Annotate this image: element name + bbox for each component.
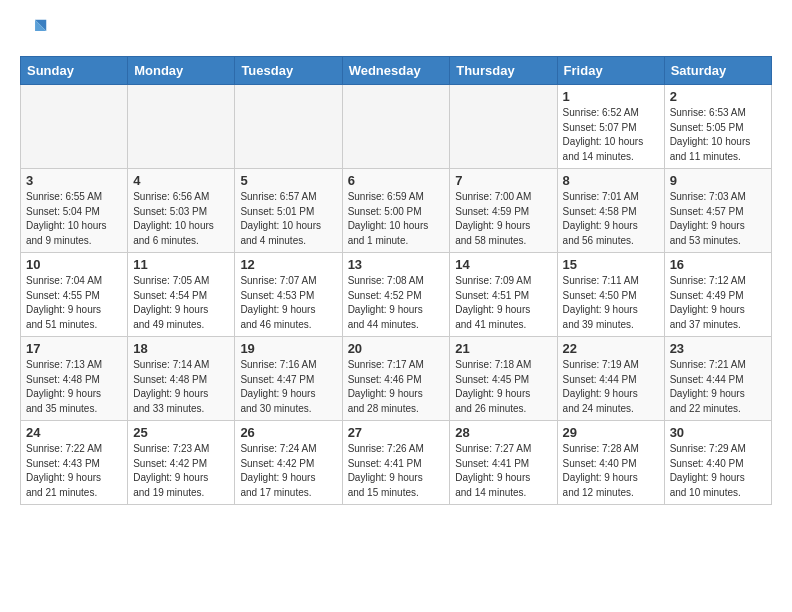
calendar-cell [21, 85, 128, 169]
calendar-cell: 6Sunrise: 6:59 AM Sunset: 5:00 PM Daylig… [342, 169, 450, 253]
day-number: 6 [348, 173, 445, 188]
day-number: 22 [563, 341, 659, 356]
calendar-cell [235, 85, 342, 169]
day-number: 27 [348, 425, 445, 440]
day-info: Sunrise: 7:01 AM Sunset: 4:58 PM Dayligh… [563, 190, 659, 248]
logo-icon [22, 16, 50, 44]
day-number: 9 [670, 173, 766, 188]
day-info: Sunrise: 7:21 AM Sunset: 4:44 PM Dayligh… [670, 358, 766, 416]
day-info: Sunrise: 7:00 AM Sunset: 4:59 PM Dayligh… [455, 190, 551, 248]
calendar-week-row: 3Sunrise: 6:55 AM Sunset: 5:04 PM Daylig… [21, 169, 772, 253]
calendar-cell: 7Sunrise: 7:00 AM Sunset: 4:59 PM Daylig… [450, 169, 557, 253]
weekday-header: Thursday [450, 57, 557, 85]
calendar-cell: 25Sunrise: 7:23 AM Sunset: 4:42 PM Dayli… [128, 421, 235, 505]
weekday-header: Wednesday [342, 57, 450, 85]
calendar-cell: 10Sunrise: 7:04 AM Sunset: 4:55 PM Dayli… [21, 253, 128, 337]
calendar-week-row: 1Sunrise: 6:52 AM Sunset: 5:07 PM Daylig… [21, 85, 772, 169]
day-number: 24 [26, 425, 122, 440]
page-header [20, 16, 772, 48]
day-number: 30 [670, 425, 766, 440]
day-info: Sunrise: 7:27 AM Sunset: 4:41 PM Dayligh… [455, 442, 551, 500]
day-info: Sunrise: 7:22 AM Sunset: 4:43 PM Dayligh… [26, 442, 122, 500]
day-info: Sunrise: 7:19 AM Sunset: 4:44 PM Dayligh… [563, 358, 659, 416]
day-info: Sunrise: 7:05 AM Sunset: 4:54 PM Dayligh… [133, 274, 229, 332]
calendar-cell: 27Sunrise: 7:26 AM Sunset: 4:41 PM Dayli… [342, 421, 450, 505]
day-info: Sunrise: 6:55 AM Sunset: 5:04 PM Dayligh… [26, 190, 122, 248]
day-number: 29 [563, 425, 659, 440]
calendar-table: SundayMondayTuesdayWednesdayThursdayFrid… [20, 56, 772, 505]
day-number: 15 [563, 257, 659, 272]
day-info: Sunrise: 7:14 AM Sunset: 4:48 PM Dayligh… [133, 358, 229, 416]
calendar-header-row: SundayMondayTuesdayWednesdayThursdayFrid… [21, 57, 772, 85]
day-info: Sunrise: 7:09 AM Sunset: 4:51 PM Dayligh… [455, 274, 551, 332]
calendar-cell: 23Sunrise: 7:21 AM Sunset: 4:44 PM Dayli… [664, 337, 771, 421]
day-number: 19 [240, 341, 336, 356]
day-info: Sunrise: 7:12 AM Sunset: 4:49 PM Dayligh… [670, 274, 766, 332]
calendar-cell: 15Sunrise: 7:11 AM Sunset: 4:50 PM Dayli… [557, 253, 664, 337]
day-number: 8 [563, 173, 659, 188]
calendar-cell: 11Sunrise: 7:05 AM Sunset: 4:54 PM Dayli… [128, 253, 235, 337]
day-number: 4 [133, 173, 229, 188]
day-number: 20 [348, 341, 445, 356]
day-info: Sunrise: 6:56 AM Sunset: 5:03 PM Dayligh… [133, 190, 229, 248]
calendar-cell: 19Sunrise: 7:16 AM Sunset: 4:47 PM Dayli… [235, 337, 342, 421]
calendar-cell: 8Sunrise: 7:01 AM Sunset: 4:58 PM Daylig… [557, 169, 664, 253]
logo [20, 16, 50, 48]
day-info: Sunrise: 7:29 AM Sunset: 4:40 PM Dayligh… [670, 442, 766, 500]
calendar-cell: 28Sunrise: 7:27 AM Sunset: 4:41 PM Dayli… [450, 421, 557, 505]
day-number: 11 [133, 257, 229, 272]
day-info: Sunrise: 7:24 AM Sunset: 4:42 PM Dayligh… [240, 442, 336, 500]
day-number: 26 [240, 425, 336, 440]
day-info: Sunrise: 7:07 AM Sunset: 4:53 PM Dayligh… [240, 274, 336, 332]
day-number: 1 [563, 89, 659, 104]
weekday-header: Friday [557, 57, 664, 85]
day-number: 21 [455, 341, 551, 356]
day-info: Sunrise: 7:13 AM Sunset: 4:48 PM Dayligh… [26, 358, 122, 416]
calendar-cell [128, 85, 235, 169]
calendar-cell: 9Sunrise: 7:03 AM Sunset: 4:57 PM Daylig… [664, 169, 771, 253]
weekday-header: Monday [128, 57, 235, 85]
day-info: Sunrise: 6:52 AM Sunset: 5:07 PM Dayligh… [563, 106, 659, 164]
weekday-header: Saturday [664, 57, 771, 85]
day-number: 28 [455, 425, 551, 440]
calendar-cell: 12Sunrise: 7:07 AM Sunset: 4:53 PM Dayli… [235, 253, 342, 337]
calendar-cell: 26Sunrise: 7:24 AM Sunset: 4:42 PM Dayli… [235, 421, 342, 505]
day-number: 3 [26, 173, 122, 188]
day-number: 18 [133, 341, 229, 356]
calendar-cell: 21Sunrise: 7:18 AM Sunset: 4:45 PM Dayli… [450, 337, 557, 421]
day-number: 5 [240, 173, 336, 188]
calendar-week-row: 17Sunrise: 7:13 AM Sunset: 4:48 PM Dayli… [21, 337, 772, 421]
calendar-cell: 20Sunrise: 7:17 AM Sunset: 4:46 PM Dayli… [342, 337, 450, 421]
day-info: Sunrise: 7:08 AM Sunset: 4:52 PM Dayligh… [348, 274, 445, 332]
calendar-cell: 17Sunrise: 7:13 AM Sunset: 4:48 PM Dayli… [21, 337, 128, 421]
day-number: 10 [26, 257, 122, 272]
calendar-cell: 4Sunrise: 6:56 AM Sunset: 5:03 PM Daylig… [128, 169, 235, 253]
calendar-cell: 14Sunrise: 7:09 AM Sunset: 4:51 PM Dayli… [450, 253, 557, 337]
calendar-cell [450, 85, 557, 169]
calendar-cell: 5Sunrise: 6:57 AM Sunset: 5:01 PM Daylig… [235, 169, 342, 253]
weekday-header: Tuesday [235, 57, 342, 85]
calendar-cell: 22Sunrise: 7:19 AM Sunset: 4:44 PM Dayli… [557, 337, 664, 421]
calendar-week-row: 24Sunrise: 7:22 AM Sunset: 4:43 PM Dayli… [21, 421, 772, 505]
calendar-week-row: 10Sunrise: 7:04 AM Sunset: 4:55 PM Dayli… [21, 253, 772, 337]
calendar-cell: 2Sunrise: 6:53 AM Sunset: 5:05 PM Daylig… [664, 85, 771, 169]
calendar-cell: 3Sunrise: 6:55 AM Sunset: 5:04 PM Daylig… [21, 169, 128, 253]
calendar-cell: 1Sunrise: 6:52 AM Sunset: 5:07 PM Daylig… [557, 85, 664, 169]
calendar-cell: 13Sunrise: 7:08 AM Sunset: 4:52 PM Dayli… [342, 253, 450, 337]
calendar-cell: 24Sunrise: 7:22 AM Sunset: 4:43 PM Dayli… [21, 421, 128, 505]
calendar-cell: 18Sunrise: 7:14 AM Sunset: 4:48 PM Dayli… [128, 337, 235, 421]
calendar-cell [342, 85, 450, 169]
day-number: 17 [26, 341, 122, 356]
day-info: Sunrise: 7:16 AM Sunset: 4:47 PM Dayligh… [240, 358, 336, 416]
day-info: Sunrise: 7:28 AM Sunset: 4:40 PM Dayligh… [563, 442, 659, 500]
day-info: Sunrise: 7:26 AM Sunset: 4:41 PM Dayligh… [348, 442, 445, 500]
day-info: Sunrise: 7:03 AM Sunset: 4:57 PM Dayligh… [670, 190, 766, 248]
day-number: 23 [670, 341, 766, 356]
day-info: Sunrise: 7:04 AM Sunset: 4:55 PM Dayligh… [26, 274, 122, 332]
day-info: Sunrise: 6:53 AM Sunset: 5:05 PM Dayligh… [670, 106, 766, 164]
day-info: Sunrise: 6:59 AM Sunset: 5:00 PM Dayligh… [348, 190, 445, 248]
day-number: 2 [670, 89, 766, 104]
calendar-cell: 30Sunrise: 7:29 AM Sunset: 4:40 PM Dayli… [664, 421, 771, 505]
day-info: Sunrise: 7:23 AM Sunset: 4:42 PM Dayligh… [133, 442, 229, 500]
calendar-cell: 16Sunrise: 7:12 AM Sunset: 4:49 PM Dayli… [664, 253, 771, 337]
